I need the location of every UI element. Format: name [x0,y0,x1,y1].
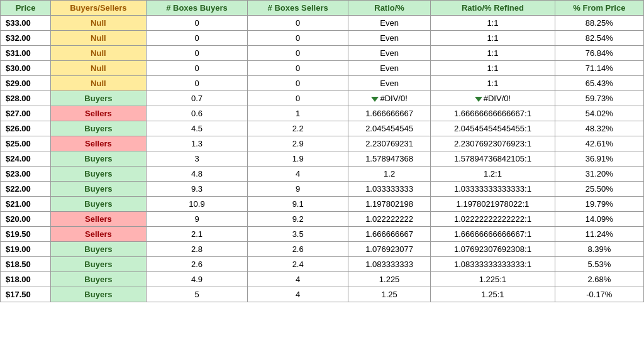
buyers-sellers-cell: Buyers [51,287,147,302]
table-row: $18.00Buyers4.941.2251.225:12.68% [1,272,644,287]
buyers-sellers-cell: Buyers [51,257,147,272]
table-header-row: PriceBuyers/Sellers# Boxes Buyers# Boxes… [1,1,644,16]
col-header-price: Price [1,1,51,16]
buyers-sellers-cell: Null [51,16,147,31]
boxes-sellers-cell: 1 [248,106,348,121]
from-price-cell: 59.73% [555,91,643,106]
price-cell: $23.00 [1,167,51,182]
ratio-refined-cell: 1:1 [431,46,555,61]
buyers-sellers-cell: Null [51,31,147,46]
boxes-sellers-cell: 1.9 [248,151,348,167]
ratio-refined-cell: 1.57894736842105:1 [431,151,555,167]
table-row: $33.00Null00Even1:188.25% [1,16,644,31]
table-row: $23.00Buyers4.841.21.2:131.20% [1,167,644,182]
ratio-cell: 1.2 [348,167,431,182]
ratio-cell: 1.083333333 [348,257,431,272]
boxes-sellers-cell: 0 [248,46,348,61]
price-cell: $19.50 [1,227,51,242]
ratio-refined-cell: 1.03333333333333:1 [431,182,555,197]
boxes-buyers-cell: 9.3 [146,182,248,197]
ratio-cell: 1.076923077 [348,242,431,257]
ratio-refined-cell: 1:1 [431,31,555,46]
table-row: $25.00Sellers1.32.92.2307692312.23076923… [1,136,644,151]
ratio-cell: 1.25 [348,287,431,302]
price-cell: $19.00 [1,242,51,257]
from-price-cell: 48.32% [555,121,643,136]
price-cell: $30.00 [1,61,51,76]
main-table-wrapper: PriceBuyers/Sellers# Boxes Buyers# Boxes… [0,0,644,302]
price-cell: $21.00 [1,197,51,212]
boxes-sellers-cell: 2.2 [248,121,348,136]
boxes-buyers-cell: 2.8 [146,242,248,257]
ratio-refined-cell: 1.2:1 [431,167,555,182]
price-cell: $32.00 [1,31,51,46]
price-cell: $18.50 [1,257,51,272]
price-cell: $20.00 [1,212,51,227]
buyers-sellers-cell: Sellers [51,227,147,242]
table-row: $29.00Null00Even1:165.43% [1,76,644,91]
boxes-buyers-cell: 0.7 [146,91,248,106]
boxes-buyers-cell: 0.6 [146,106,248,121]
boxes-buyers-cell: 0 [146,76,248,91]
boxes-sellers-cell: 9.1 [248,197,348,212]
boxes-buyers-cell: 4.8 [146,167,248,182]
ratio-refined-cell: 1.225:1 [431,272,555,287]
ratio-refined-cell: 1.07692307692308:1 [431,242,555,257]
ratio-cell: Even [348,76,431,91]
ratio-refined-cell: 1.02222222222222:1 [431,212,555,227]
boxes-sellers-cell: 4 [248,167,348,182]
table-row: $31.00Null00Even1:176.84% [1,46,644,61]
table-row: $17.50Buyers541.251.25:1-0.17% [1,287,644,302]
ratio-cell: Even [348,46,431,61]
buyers-sellers-cell: Buyers [51,91,147,106]
boxes-buyers-cell: 4.5 [146,121,248,136]
buyers-sellers-cell: Sellers [51,136,147,151]
boxes-sellers-cell: 4 [248,287,348,302]
table-row: $28.00Buyers0.70#DIV/0!#DIV/0!59.73% [1,91,644,106]
ratio-refined-cell: 2.04545454545455:1 [431,121,555,136]
table-row: $22.00Buyers9.391.0333333331.03333333333… [1,182,644,197]
ratio-cell: #DIV/0! [348,91,431,106]
price-cell: $27.00 [1,106,51,121]
ratio-refined-cell: 1.08333333333333:1 [431,257,555,272]
from-price-cell: 36.91% [555,151,643,167]
boxes-sellers-cell: 2.6 [248,242,348,257]
boxes-sellers-cell: 0 [248,91,348,106]
ratio-refined-cell: 1.1978021978022:1 [431,197,555,212]
table-row: $19.00Buyers2.82.61.0769230771.076923076… [1,242,644,257]
ratio-cell: 1.666666667 [348,227,431,242]
boxes-buyers-cell: 10.9 [146,197,248,212]
col-header-boxes_sellers: # Boxes Sellers [248,1,348,16]
ratio-cell: Even [348,16,431,31]
boxes-sellers-cell: 0 [248,16,348,31]
col-header-buyers_sellers: Buyers/Sellers [51,1,147,16]
boxes-buyers-cell: 5 [146,287,248,302]
ratio-cell: 2.045454545 [348,121,431,136]
boxes-sellers-cell: 0 [248,76,348,91]
from-price-cell: 25.50% [555,182,643,197]
boxes-buyers-cell: 4.9 [146,272,248,287]
table-row: $27.00Sellers0.611.6666666671.6666666666… [1,106,644,121]
price-cell: $28.00 [1,91,51,106]
table-row: $19.50Sellers2.13.51.6666666671.66666666… [1,227,644,242]
ratio-refined-cell: 1:1 [431,16,555,31]
boxes-buyers-cell: 0 [146,46,248,61]
from-price-cell: 31.20% [555,167,643,182]
from-price-cell: 11.24% [555,227,643,242]
from-price-cell: 76.84% [555,46,643,61]
boxes-sellers-cell: 2.4 [248,257,348,272]
ratio-cell: 1.022222222 [348,212,431,227]
ratio-refined-cell: 1.66666666666667:1 [431,227,555,242]
from-price-cell: 42.61% [555,136,643,151]
ratio-refined-cell: 2.23076923076923:1 [431,136,555,151]
table-row: $26.00Buyers4.52.22.0454545452.045454545… [1,121,644,136]
price-cell: $25.00 [1,136,51,151]
ratio-refined-cell: #DIV/0! [431,91,555,106]
buyers-sellers-cell: Buyers [51,272,147,287]
table-body: $33.00Null00Even1:188.25%$32.00Null00Eve… [1,16,644,302]
ratio-refined-cell: 1.66666666666667:1 [431,106,555,121]
price-cell: $29.00 [1,76,51,91]
buyers-sellers-cell: Null [51,76,147,91]
from-price-cell: 82.54% [555,31,643,46]
table-row: $21.00Buyers10.99.11.1978021981.19780219… [1,197,644,212]
